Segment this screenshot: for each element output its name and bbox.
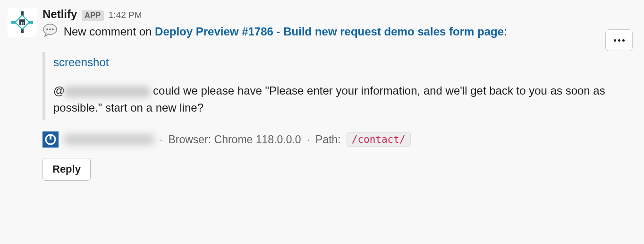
author-name[interactable]: Netlify — [42, 8, 77, 21]
timestamp[interactable]: 1:42 PM — [109, 10, 142, 20]
message-body: New comment on Deploy Preview #1786 - Bu… — [42, 23, 636, 43]
message-container: n Netlify APP 1:42 PM New comment on Dep… — [8, 8, 636, 181]
svg-point-9 — [52, 28, 54, 30]
body-suffix: : — [504, 25, 507, 38]
svg-point-7 — [46, 28, 48, 30]
ellipsis-icon — [614, 39, 625, 42]
svg-text:n: n — [21, 20, 24, 26]
footer-row: · Browser: Chrome 118.0.0.0 · Path: /con… — [42, 131, 636, 148]
redacted-commenter-name — [64, 134, 154, 145]
message-content: Netlify APP 1:42 PM New comment on Deplo… — [42, 8, 636, 181]
speech-bubble-icon — [42, 23, 58, 43]
redacted-username — [65, 86, 150, 97]
browser-info: Browser: Chrome 118.0.0.0 — [168, 133, 301, 146]
mention-at: @ — [53, 84, 65, 97]
path-label: Path: — [315, 133, 341, 146]
reply-button[interactable]: Reply — [42, 158, 91, 181]
app-avatar[interactable]: n — [8, 8, 37, 37]
attachment-body: @ could we please have "Please enter you… — [53, 82, 636, 116]
svg-point-8 — [49, 28, 51, 30]
attachment-block: screenshot @ could we please have "Pleas… — [42, 52, 636, 120]
deploy-preview-link[interactable]: Deploy Preview #1786 - Build new request… — [155, 25, 504, 38]
gravatar-icon[interactable] — [42, 131, 59, 148]
svg-rect-11 — [50, 135, 51, 139]
message-header: Netlify APP 1:42 PM — [42, 8, 636, 21]
netlify-logo-icon: n — [10, 10, 34, 34]
body-prefix: New comment on — [64, 25, 155, 38]
path-badge[interactable]: /contact/ — [347, 132, 411, 147]
separator-dot: · — [160, 133, 162, 146]
app-badge: APP — [82, 10, 103, 21]
attachment-title-link[interactable]: screenshot — [53, 56, 636, 69]
more-actions-button[interactable] — [605, 29, 633, 51]
separator-dot: · — [307, 133, 310, 146]
